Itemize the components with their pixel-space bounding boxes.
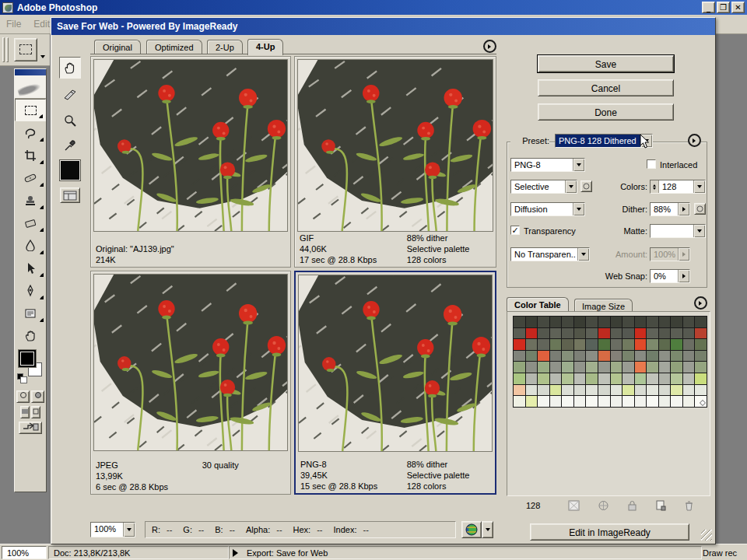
color-swatch[interactable] [635, 339, 647, 350]
color-swatch[interactable] [526, 373, 538, 384]
color-swatch[interactable] [611, 317, 622, 327]
color-swatch[interactable] [538, 385, 549, 396]
color-swatch[interactable] [695, 385, 707, 396]
color-swatch[interactable] [598, 317, 610, 327]
minimize-button[interactable]: _ [702, 2, 715, 13]
color-swatch[interactable] [635, 328, 647, 339]
color-swatch[interactable] [622, 385, 634, 396]
matte-dropdown[interactable] [650, 224, 706, 238]
quickmask-mode-button[interactable] [31, 390, 44, 403]
preview-panel-png8[interactable]: PNG-839,45K15 sec @ 28.8 Kbps88% ditherS… [294, 271, 496, 495]
preview-panel-original[interactable]: Original: "AJ139.jpg"214K [90, 56, 291, 268]
cancel-button[interactable]: Cancel [538, 79, 674, 96]
color-swatch[interactable] [622, 328, 634, 339]
color-swatch[interactable] [574, 351, 586, 362]
color-swatch[interactable] [635, 373, 647, 384]
color-swatch[interactable] [574, 339, 586, 350]
dialog-titlebar[interactable]: Save For Web - Powered By ImageReady [51, 18, 715, 35]
color-swatch[interactable] [611, 385, 622, 396]
toggle-slices-button[interactable] [60, 187, 80, 203]
color-swatch[interactable] [695, 317, 707, 327]
color-swatch[interactable] [550, 385, 562, 396]
color-swatch[interactable] [514, 339, 525, 350]
hand-tool[interactable] [15, 324, 46, 347]
color-swatch[interactable] [671, 373, 682, 384]
status-zoom-field[interactable]: 100% [2, 546, 47, 559]
color-swatch[interactable] [514, 385, 525, 396]
web-shift-icon[interactable] [598, 500, 609, 511]
tab-image-size[interactable]: Image Size [574, 299, 633, 311]
color-swatch[interactable] [574, 328, 586, 339]
color-swatch[interactable] [695, 396, 707, 407]
marquee-tool[interactable] [15, 99, 46, 121]
browser-preview-arrow[interactable] [482, 521, 493, 538]
color-swatch[interactable] [598, 328, 610, 339]
color-swatch[interactable] [695, 351, 707, 362]
color-swatch[interactable] [659, 339, 671, 350]
chevron-down-icon[interactable] [40, 55, 45, 61]
crop-tool[interactable] [15, 144, 46, 166]
color-swatch[interactable] [526, 317, 538, 327]
menu-edit[interactable]: Edit [33, 19, 50, 30]
color-swatch[interactable] [514, 396, 525, 407]
chevron-down-icon[interactable] [573, 159, 584, 171]
color-swatch[interactable] [550, 328, 562, 339]
tab-optimized[interactable]: Optimized [146, 40, 202, 54]
chevron-down-icon[interactable] [693, 225, 705, 237]
color-swatch[interactable] [659, 385, 671, 396]
preview-image[interactable] [297, 59, 493, 232]
color-swatch[interactable] [538, 328, 549, 339]
foreground-color-swatch[interactable] [19, 350, 36, 367]
color-swatch[interactable] [538, 373, 549, 384]
eraser-tool[interactable] [15, 212, 46, 234]
preview-menu-button[interactable] [483, 40, 496, 53]
color-swatch[interactable] [647, 339, 658, 350]
color-swatch[interactable] [514, 328, 525, 339]
color-swatch[interactable] [526, 362, 538, 373]
color-swatch[interactable] [562, 385, 573, 396]
chevron-down-icon[interactable] [123, 523, 135, 537]
notes-tool[interactable] [15, 302, 46, 324]
color-swatch[interactable] [647, 317, 658, 327]
color-swatch[interactable] [562, 351, 573, 362]
clone-stamp-tool[interactable] [15, 189, 46, 212]
screen-mode-full-button[interactable] [31, 406, 40, 418]
color-swatch[interactable] [586, 328, 598, 339]
color-swatch[interactable] [683, 317, 695, 327]
restore-button[interactable]: ❐ [717, 2, 730, 13]
colors-spinner[interactable] [651, 180, 659, 193]
color-swatch[interactable] [526, 351, 538, 362]
color-swatch[interactable] [683, 396, 695, 407]
color-swatch[interactable] [574, 362, 586, 373]
dither-amount-field[interactable]: 88% [650, 202, 690, 216]
color-swatch[interactable] [538, 339, 549, 350]
color-swatch[interactable] [586, 351, 598, 362]
color-swatch[interactable] [659, 328, 671, 339]
color-swatch[interactable] [683, 385, 695, 396]
color-swatch[interactable] [538, 396, 549, 407]
dither-method-dropdown[interactable]: Diffusion [510, 202, 585, 216]
color-swatch[interactable] [574, 373, 586, 384]
color-swatch[interactable] [562, 339, 573, 350]
color-swatch[interactable] [611, 362, 622, 373]
save-button[interactable]: Save [538, 55, 674, 72]
color-swatch[interactable] [635, 317, 647, 327]
color-swatch[interactable] [550, 373, 562, 384]
preview-panel-gif[interactable]: GIF44,06K17 sec @ 28.8 Kbps88% ditherSel… [294, 56, 496, 268]
color-swatch[interactable] [514, 317, 525, 327]
chevron-right-icon[interactable] [678, 270, 689, 282]
color-swatch[interactable] [622, 396, 634, 407]
color-swatch[interactable] [622, 317, 634, 327]
color-swatch[interactable] [683, 362, 695, 373]
color-swatch[interactable] [683, 328, 695, 339]
palette-dropdown[interactable]: Selective [510, 180, 577, 194]
color-swatch[interactable] [635, 396, 647, 407]
chevron-right-icon[interactable] [678, 203, 689, 215]
color-swatch[interactable] [647, 396, 658, 407]
dither-mask-button[interactable] [694, 203, 706, 215]
lasso-tool[interactable] [15, 121, 46, 144]
tab-color-table[interactable]: Color Table [507, 297, 569, 311]
color-swatch[interactable] [671, 362, 682, 373]
color-swatch[interactable] [683, 373, 695, 384]
color-swatch[interactable] [622, 362, 634, 373]
